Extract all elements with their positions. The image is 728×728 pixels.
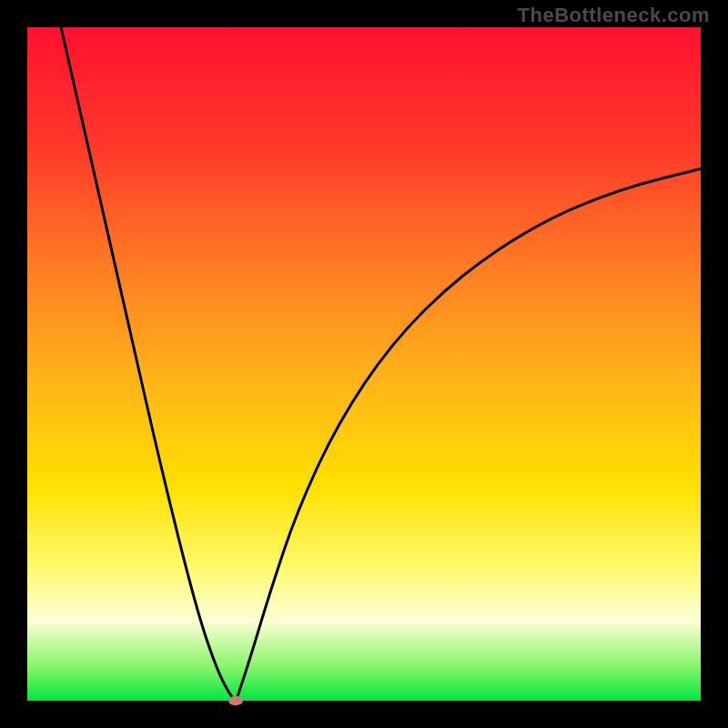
optimum-marker: [228, 696, 243, 705]
curve-right-branch: [236, 168, 701, 701]
bottleneck-curve: [27, 27, 701, 701]
chart-frame: TheBottleneck.com: [0, 0, 728, 728]
watermark-text: TheBottleneck.com: [518, 4, 710, 27]
plot-area: [27, 27, 701, 701]
curve-left-branch: [61, 27, 236, 701]
